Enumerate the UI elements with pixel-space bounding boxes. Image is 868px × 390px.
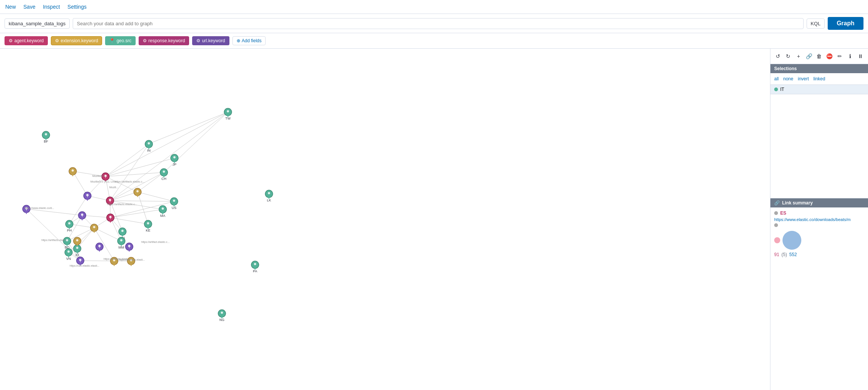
edit-button[interactable]: ✏ <box>836 51 844 61</box>
top-nav: New Save Inspect Settings <box>0 0 868 14</box>
svg-line-28 <box>69 228 94 252</box>
sel-linked[interactable]: linked <box>813 76 825 81</box>
link-dot-gray <box>774 211 778 215</box>
block-button[interactable]: ⛔ <box>825 51 834 61</box>
redo-button[interactable]: ↻ <box>784 51 792 61</box>
svg-point-81 <box>67 250 70 253</box>
url-label-3: Mozilla/5.0 (X11; Linu... <box>90 180 118 183</box>
nav-settings[interactable]: Settings <box>67 2 87 11</box>
url-label-7: https://artifacts.elastic.c... <box>107 203 137 206</box>
url-label-1: https://artifacts.elasti... <box>41 239 68 242</box>
graph-node-n5[interactable]: US <box>170 198 178 210</box>
svg-text:⚲: ⚲ <box>79 259 82 263</box>
link-summary-panel: 🔗 Link summary ES https://www.elastic.co… <box>770 198 868 390</box>
graph-node-n18[interactable] <box>69 167 76 177</box>
url-label-4: Mozilla/5.0 ... <box>92 175 108 177</box>
selections-panel: Selections all none invert linked IT <box>770 64 868 198</box>
pill-geo-src[interactable]: 📍 geo.src <box>105 36 135 45</box>
pill-agent-keyword[interactable]: ⚙ agent.keyword <box>5 36 48 45</box>
index-badge[interactable]: kibana_sample_data_logs <box>5 18 70 29</box>
pill-url-keyword[interactable]: ⚙ url.keyword <box>192 36 229 45</box>
graph-svg: TWINJPCHUSMAKECNMMPHBDVNIDBFLKPANG⚲⚲⚲⚲⚲⚲… <box>0 49 770 390</box>
graph-node-n15[interactable]: LK <box>265 190 273 202</box>
graph-button[interactable]: Graph <box>828 17 863 30</box>
sel-all[interactable]: all <box>774 76 779 81</box>
node-label-IN: IN <box>147 149 151 152</box>
pill-add-fields[interactable]: ⊕ Add fields <box>232 36 266 45</box>
svg-point-84 <box>76 247 78 249</box>
node-label-MA: MA <box>160 214 165 218</box>
graph-node-n14[interactable]: BF <box>42 131 50 143</box>
url-label-0: https://www.elastic.co/d... <box>24 207 54 210</box>
graph-node-n6[interactable]: MA <box>159 206 167 218</box>
link-summary-content: ES https://www.elastic.co/downloads/beat… <box>770 207 868 260</box>
graph-node-n9[interactable]: MM <box>118 237 125 249</box>
graph-node-n4[interactable]: CH <box>160 169 168 181</box>
pause-button[interactable]: ⏸ <box>856 51 865 61</box>
node-label-LK: LK <box>267 198 271 202</box>
graph-node-n1[interactable]: TW <box>224 108 232 120</box>
url-label-6: https://artifacts.elastic.c... <box>115 180 145 183</box>
graph-node-n3[interactable]: JP <box>171 154 178 166</box>
toolbar: ↺ ↻ + 🔗 🗑 ⛔ ✏ ℹ ⏸ <box>770 49 868 64</box>
pill-icon: ⚙ <box>143 38 147 43</box>
graph-node-n10[interactable]: PH <box>66 220 73 232</box>
svg-line-32 <box>73 171 87 196</box>
graph-node-n32[interactable]: ⚲ <box>125 243 133 252</box>
main-layout: TWINJPCHUSMAKECNMMPHBDVNIDBFLKPANG⚲⚲⚲⚲⚲⚲… <box>0 49 868 390</box>
sel-label: IT <box>780 87 784 92</box>
link-url-text[interactable]: https://www.elastic.co/downloads/beats/m <box>774 217 851 222</box>
svg-line-5 <box>110 144 149 201</box>
nav-new[interactable]: New <box>5 2 17 11</box>
pill-extension-keyword[interactable]: ⚙ extension.keyword <box>51 36 102 45</box>
graph-node-n29[interactable]: ⚲ <box>78 212 86 221</box>
add-button[interactable]: + <box>794 51 803 61</box>
sel-none[interactable]: none <box>783 76 793 81</box>
pill-response-keyword[interactable]: ⚙ response.keyword <box>139 36 189 45</box>
graph-node-n23[interactable] <box>73 237 81 246</box>
svg-point-75 <box>68 222 70 224</box>
count-red: 91 <box>774 252 779 257</box>
svg-line-21 <box>69 196 87 224</box>
delete-button[interactable]: 🗑 <box>815 51 824 61</box>
search-input[interactable] <box>73 18 804 29</box>
undo-button[interactable]: ↺ <box>773 51 782 61</box>
node-label-BF: BF <box>44 140 48 143</box>
graph-node-n17[interactable]: NG <box>218 310 226 322</box>
kql-badge[interactable]: KQL <box>807 18 825 29</box>
graph-canvas[interactable]: TWINJPCHUSMAKECNMMPHBDVNIDBFLKPANG⚲⚲⚲⚲⚲⚲… <box>0 49 770 390</box>
graph-node-n12[interactable]: VN <box>65 249 72 261</box>
plus-icon: ⊕ <box>237 38 240 43</box>
sel-invert[interactable]: invert <box>798 76 809 81</box>
count-gray: (5) <box>781 252 787 257</box>
graph-node-n26[interactable]: ⚲ <box>107 214 114 223</box>
circle-small <box>774 237 780 243</box>
svg-point-69 <box>121 230 124 232</box>
svg-text:⚲: ⚲ <box>109 199 112 203</box>
svg-line-14 <box>110 209 163 218</box>
nav-save[interactable]: Save <box>23 2 36 11</box>
pill-label: geo.src <box>116 38 131 43</box>
nav-inspect[interactable]: Inspect <box>42 2 61 11</box>
graph-node-n31[interactable]: ⚲ <box>96 243 103 252</box>
svg-point-63 <box>162 207 164 210</box>
graph-node-n2[interactable]: IN <box>145 140 153 152</box>
info-button[interactable]: ℹ <box>846 51 854 61</box>
link-summary-title: Link summary <box>782 200 813 206</box>
node-label-CH: CH <box>162 177 167 181</box>
graph-node-n20[interactable] <box>90 224 98 233</box>
link-button[interactable]: 🔗 <box>804 51 813 61</box>
selections-controls: all none invert linked <box>770 73 868 85</box>
graph-node-n7[interactable]: KE <box>144 220 152 232</box>
svg-point-99 <box>72 169 74 172</box>
graph-node-n19[interactable] <box>134 188 141 197</box>
sel-dot <box>774 88 778 91</box>
pill-icon: ⚙ <box>196 38 200 43</box>
svg-text:⚲: ⚲ <box>109 216 112 220</box>
svg-point-114 <box>76 239 78 241</box>
pill-label: agent.keyword <box>14 38 44 43</box>
selection-item-it[interactable]: IT <box>770 85 868 94</box>
svg-line-36 <box>82 215 110 218</box>
node-label-PH: PH <box>67 229 72 232</box>
graph-node-n16[interactable]: PA <box>251 261 259 273</box>
